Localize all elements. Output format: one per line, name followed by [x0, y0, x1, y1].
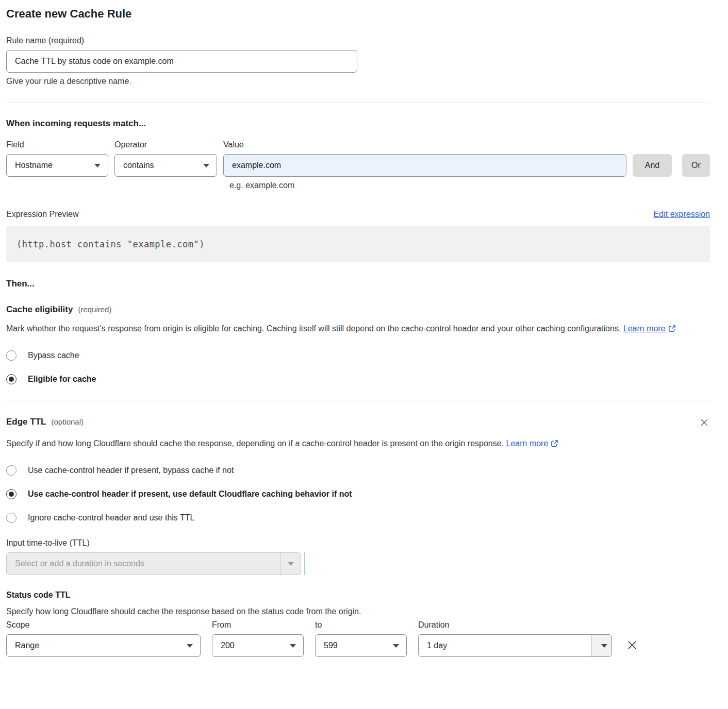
external-link-icon [668, 323, 676, 337]
duration-dropdown-button[interactable] [591, 635, 611, 656]
operator-select[interactable]: contains [114, 154, 217, 177]
create-cache-rule-page: Create new Cache Rule Rule name (require… [0, 0, 728, 672]
edge-ttl-description: Specify if and how long Cloudflare shoul… [6, 436, 573, 452]
radio-label: Eligible for cache [28, 375, 96, 384]
radio-unselected-icon [6, 465, 16, 476]
expression-preview-label: Expression Preview [6, 210, 79, 219]
then-heading: Then... [6, 279, 710, 289]
cache-eligibility-description-text: Mark whether the request’s response from… [6, 324, 621, 333]
or-button[interactable]: Or [682, 154, 710, 177]
to-select[interactable]: 599 [315, 634, 407, 657]
operator-select-value: contains [123, 161, 154, 170]
ttl-combobox[interactable]: Select or add a duration in seconds [6, 552, 301, 575]
status-ttl-controls-row: Range 200 599 1 day [6, 634, 710, 657]
radio-label: Ignore cache-control header and use this… [28, 513, 194, 522]
chevron-down-icon [290, 644, 296, 648]
section-divider [6, 401, 710, 401]
value-label: Value [223, 140, 710, 149]
chevron-down-icon [187, 644, 193, 648]
radio-cache-control-default[interactable]: Use cache-control header if present, use… [6, 489, 352, 499]
learn-more-link[interactable]: Learn more [623, 324, 666, 333]
edit-expression-link[interactable]: Edit expression [654, 210, 710, 219]
edge-ttl-description-text: Specify if and how long Cloudflare shoul… [6, 439, 504, 448]
rule-name-helper: Give your rule a descriptive name. [6, 77, 710, 86]
chevron-down-icon [94, 164, 101, 167]
radio-unselected-icon [6, 513, 16, 523]
radio-label: Use cache-control header if present, use… [28, 489, 352, 499]
radio-label: Bypass cache [28, 351, 79, 360]
radio-unselected-icon [6, 350, 16, 361]
ttl-combobox-placeholder: Select or add a duration in seconds [7, 559, 280, 568]
cache-eligibility-description: Mark whether the request’s response from… [6, 322, 700, 337]
duration-label: Duration [418, 620, 612, 630]
scope-select-value: Range [15, 641, 39, 650]
close-icon [626, 639, 638, 651]
operator-label: Operator [114, 140, 217, 149]
from-select[interactable]: 200 [212, 634, 304, 657]
edge-ttl-heading: Edge TTL [6, 417, 46, 427]
radio-label: Use cache-control header if present, byp… [28, 466, 234, 475]
duration-combobox[interactable]: 1 day [418, 634, 612, 657]
value-helper: e.g. example.com [229, 181, 710, 190]
to-select-value: 599 [324, 641, 338, 650]
field-select[interactable]: Hostname [6, 154, 108, 177]
external-link-icon [551, 437, 558, 452]
value-input[interactable] [223, 154, 626, 177]
chevron-down-icon [601, 644, 607, 648]
status-ttl-labels-row: Scope From to Duration [6, 620, 710, 630]
rule-name-label: Rule name (required) [6, 36, 710, 45]
close-edge-ttl-button[interactable] [699, 417, 710, 430]
radio-selected-icon [6, 374, 16, 384]
expression-preview-box: (http.host contains "example.com") [6, 226, 710, 262]
scope-select[interactable]: Range [6, 634, 201, 657]
from-select-value: 200 [221, 641, 235, 650]
match-heading: When incoming requests match... [6, 119, 710, 129]
ttl-input-label: Input time-to-live (TTL) [6, 538, 710, 548]
match-controls-row: Hostname contains And Or [6, 154, 710, 177]
field-select-value: Hostname [15, 161, 53, 170]
from-label: From [212, 620, 304, 630]
remove-status-ttl-button[interactable] [624, 637, 640, 654]
radio-bypass-cache[interactable]: Bypass cache [6, 350, 79, 361]
learn-more-link[interactable]: Learn more [506, 439, 549, 448]
cache-eligibility-qualifier: (required) [78, 305, 111, 314]
radio-ignore-cache-control[interactable]: Ignore cache-control header and use this… [6, 513, 194, 523]
radio-eligible-for-cache[interactable]: Eligible for cache [6, 374, 96, 384]
chevron-down-icon [203, 164, 209, 167]
field-label: Field [6, 140, 108, 149]
ttl-dropdown-button[interactable] [280, 553, 301, 575]
duration-value: 1 day [419, 635, 591, 656]
edge-ttl-qualifier: (optional) [51, 417, 84, 426]
status-code-ttl-heading: Status code TTL [6, 590, 710, 600]
expression-code: (http.host contains "example.com") [16, 239, 205, 249]
rule-name-input[interactable] [6, 50, 357, 73]
cache-eligibility-heading: Cache eligibility [6, 305, 73, 315]
radio-selected-icon [6, 489, 16, 499]
and-button[interactable]: And [633, 154, 672, 177]
text-cursor [304, 552, 305, 575]
page-title: Create new Cache Rule [6, 7, 710, 21]
chevron-down-icon [288, 562, 294, 566]
scope-label: Scope [6, 620, 201, 630]
chevron-down-icon [393, 644, 399, 648]
section-divider [6, 103, 710, 103]
match-labels-row: Field Operator Value [6, 140, 710, 149]
close-icon [700, 418, 709, 427]
radio-cache-control-bypass[interactable]: Use cache-control header if present, byp… [6, 465, 234, 476]
to-label: to [315, 620, 407, 630]
status-code-ttl-description: Specify how long Cloudflare should cache… [6, 607, 710, 616]
